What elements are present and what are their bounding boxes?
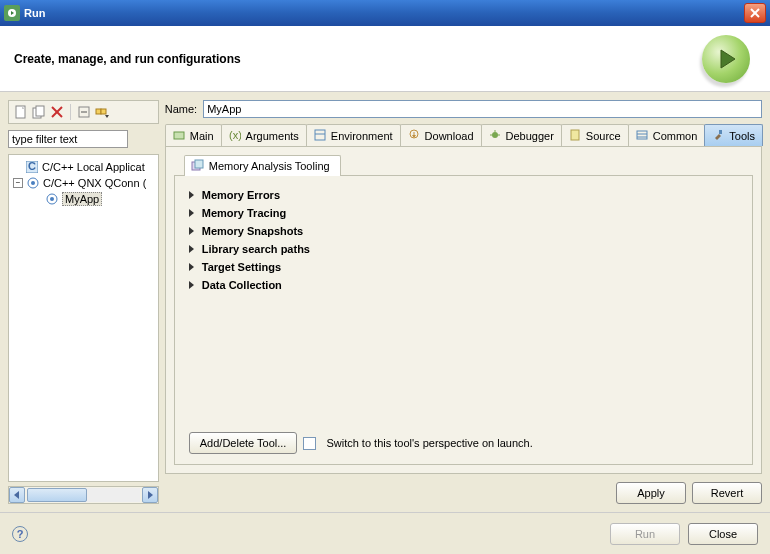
duplicate-config-icon[interactable] [31, 104, 47, 120]
svg-rect-41 [195, 160, 203, 168]
svg-text:(x)=: (x)= [229, 129, 241, 141]
button-label: Apply [637, 487, 665, 499]
tree-horizontal-scrollbar[interactable] [8, 486, 159, 504]
tools-tab-icon [712, 129, 726, 143]
revert-button[interactable]: Revert [692, 482, 762, 504]
tree-item-myapp[interactable]: MyApp [11, 191, 156, 207]
config-tabs: Main (x)=Arguments Environment Download … [165, 124, 762, 146]
tree-label: C/C++ Local Applicat [42, 161, 145, 173]
svg-rect-14 [101, 109, 106, 114]
name-row: Name: [165, 100, 762, 118]
svg-rect-13 [96, 109, 101, 114]
sub-tab-memory-analysis[interactable]: Memory Analysis Tooling [184, 155, 341, 176]
toolbar-separator [70, 104, 71, 120]
switch-perspective-label: Switch to this tool's perspective on lau… [326, 437, 532, 449]
scroll-right-arrow-icon[interactable] [142, 487, 158, 503]
arguments-tab-icon: (x)= [229, 129, 243, 143]
filter-dropdown-icon[interactable] [94, 104, 110, 120]
left-panel: C C/C++ Local Applicat − C/C++ QNX QConn… [8, 100, 159, 504]
app-icon [4, 5, 20, 21]
tab-label: Download [425, 130, 474, 142]
delete-config-icon[interactable] [49, 104, 65, 120]
download-tab-icon [408, 129, 422, 143]
scroll-left-arrow-icon[interactable] [9, 487, 25, 503]
tab-download[interactable]: Download [400, 124, 482, 146]
window-title: Run [24, 7, 744, 19]
section-label: Memory Errors [202, 189, 280, 201]
button-label: Close [709, 528, 737, 540]
section-target-settings[interactable]: Target Settings [189, 258, 738, 276]
close-button[interactable]: Close [688, 523, 758, 545]
scroll-thumb[interactable] [27, 488, 87, 502]
section-label: Target Settings [202, 261, 281, 273]
svg-marker-23 [148, 491, 153, 499]
section-label: Memory Snapshots [202, 225, 303, 237]
config-tree: C C/C++ Local Applicat − C/C++ QNX QConn… [8, 154, 159, 482]
apply-revert-row: Apply Revert [165, 482, 762, 504]
svg-rect-24 [174, 132, 184, 139]
tab-arguments[interactable]: (x)=Arguments [221, 124, 307, 146]
content-area: C C/C++ Local Applicat − C/C++ QNX QConn… [0, 92, 770, 512]
apply-button[interactable]: Apply [616, 482, 686, 504]
section-label: Memory Tracing [202, 207, 286, 219]
tab-label: Debugger [506, 130, 554, 142]
scroll-track[interactable] [27, 488, 140, 502]
collapse-all-icon[interactable] [76, 104, 92, 120]
tools-inner-panel: Memory Errors Memory Tracing Memory Snap… [174, 175, 753, 465]
tools-tab-body: Memory Analysis Tooling Memory Errors Me… [165, 146, 762, 474]
section-data-collection[interactable]: Data Collection [189, 276, 738, 294]
config-toolbar [8, 100, 159, 124]
svg-text:C: C [28, 161, 36, 172]
expand-arrow-icon [189, 227, 194, 235]
expand-arrow-icon [189, 281, 194, 289]
main-tab-icon [173, 129, 187, 143]
common-tab-icon [636, 129, 650, 143]
add-delete-tool-button[interactable]: Add/Delete Tool... [189, 432, 298, 454]
expand-arrow-icon [189, 191, 194, 199]
section-memory-errors[interactable]: Memory Errors [189, 186, 738, 204]
run-config-icon [45, 192, 59, 206]
svg-rect-26 [315, 130, 325, 140]
title-bar: Run [0, 0, 770, 26]
switch-perspective-checkbox[interactable] [303, 437, 316, 450]
section-memory-snapshots[interactable]: Memory Snapshots [189, 222, 738, 240]
svg-rect-39 [719, 130, 722, 134]
new-config-icon[interactable] [13, 104, 29, 120]
section-library-search-paths[interactable]: Library search paths [189, 240, 738, 258]
tab-environment[interactable]: Environment [306, 124, 401, 146]
qnx-target-icon [26, 176, 40, 190]
run-button[interactable]: Run [610, 523, 680, 545]
button-label: Run [635, 528, 655, 540]
source-tab-icon [569, 129, 583, 143]
button-label: Add/Delete Tool... [200, 437, 287, 449]
filter-input[interactable] [8, 130, 128, 148]
tree-label-selected: MyApp [62, 192, 102, 206]
right-panel: Name: Main (x)=Arguments Environment Dow… [165, 100, 762, 504]
tab-label: Tools [729, 130, 755, 142]
sub-tab-label: Memory Analysis Tooling [209, 160, 330, 172]
help-icon[interactable]: ? [12, 526, 28, 542]
svg-marker-22 [14, 491, 19, 499]
tab-source[interactable]: Source [561, 124, 629, 146]
section-memory-tracing[interactable]: Memory Tracing [189, 204, 738, 222]
tab-common[interactable]: Common [628, 124, 706, 146]
close-window-button[interactable] [744, 3, 766, 23]
c-app-icon: C [25, 160, 39, 174]
dialog-header: Create, manage, and run configurations [0, 26, 770, 92]
tab-label: Environment [331, 130, 393, 142]
expand-arrow-icon [189, 245, 194, 253]
tab-main[interactable]: Main [165, 124, 222, 146]
tree-collapse-icon[interactable]: − [13, 178, 23, 188]
svg-point-21 [50, 197, 54, 201]
run-banner-icon [702, 35, 750, 83]
svg-point-19 [31, 181, 35, 185]
svg-rect-35 [571, 130, 579, 140]
tree-item-qnx-qconn[interactable]: − C/C++ QNX QConn ( [11, 175, 156, 191]
tab-debugger[interactable]: Debugger [481, 124, 562, 146]
tree-item-c-local[interactable]: C C/C++ Local Applicat [11, 159, 156, 175]
svg-rect-8 [36, 106, 44, 116]
name-input[interactable] [203, 100, 762, 118]
svg-point-31 [492, 132, 498, 138]
tab-tools[interactable]: Tools [704, 124, 763, 146]
tools-bottom-row: Add/Delete Tool... Switch to this tool's… [189, 432, 738, 454]
